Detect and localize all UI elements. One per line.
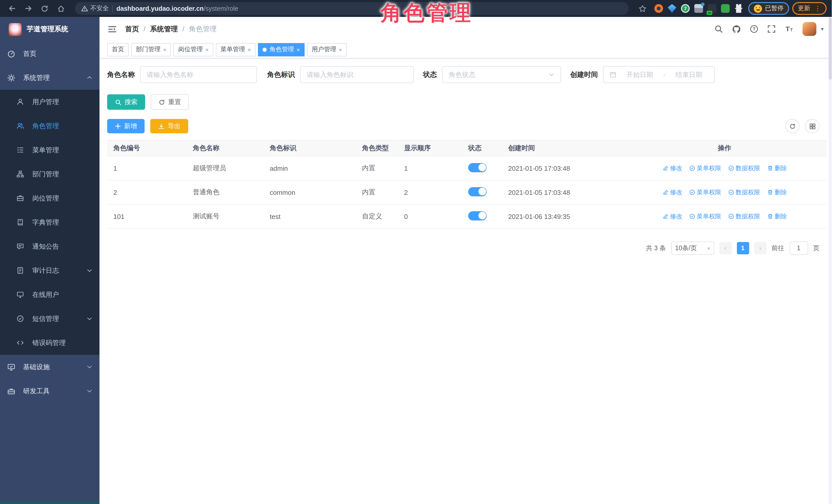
edit-link[interactable]: 修改 — [662, 212, 682, 221]
sidebar-item-menus[interactable]: 菜单管理 — [0, 138, 100, 162]
reset-button[interactable]: 重置 — [151, 94, 189, 110]
status-toggle[interactable] — [468, 187, 487, 196]
main-area: 首页 / 系统管理 / 角色管理 ? TT ▾ 首页 部 — [100, 17, 832, 504]
edit-link[interactable]: 修改 — [662, 164, 682, 173]
extension-grid-icon[interactable] — [694, 4, 703, 13]
menu-perm-link[interactable]: 菜单权限 — [689, 164, 721, 173]
system-submenu: 用户管理 角色管理 菜单管理 部门管理 — [0, 90, 100, 355]
filter-form: 角色名称 角色标识 状态 角色状态 创建 — [107, 66, 827, 83]
sidebar-item-system[interactable]: 系统管理 — [0, 65, 100, 90]
scrollbar[interactable] — [829, 17, 832, 504]
prev-page-button[interactable]: ‹ — [719, 242, 731, 254]
sidebar-item-dict[interactable]: 字典管理 — [0, 210, 100, 234]
sidebar-item-posts[interactable]: 岗位管理 — [0, 186, 100, 210]
tab-post[interactable]: 岗位管理× — [174, 43, 213, 56]
edit-link[interactable]: 修改 — [662, 188, 682, 196]
data-perm-link[interactable]: 数据权限 — [728, 188, 760, 196]
tab-role[interactable]: 角色管理× — [258, 43, 305, 56]
extension-speed-icon[interactable]: 7 — [681, 4, 690, 13]
delete-link[interactable]: 删除 — [767, 188, 787, 196]
sidebar-item-errcode[interactable]: 错误码管理 — [0, 331, 100, 355]
sidebar-item-audit-log[interactable]: 审计日志 — [0, 258, 100, 283]
app-title: 芋道管理系统 — [27, 25, 68, 34]
tab-user[interactable]: 用户管理× — [307, 43, 347, 56]
scrollbar-thumb[interactable] — [829, 18, 832, 79]
menu-perm-link[interactable]: 菜单权限 — [689, 188, 721, 196]
role-key-input[interactable] — [307, 71, 407, 78]
extensions-puzzle-icon[interactable] — [734, 4, 743, 13]
recorder-paused-pill[interactable]: 已暂停 — [748, 2, 789, 15]
sidebar-item-sms[interactable]: 短信管理 — [0, 307, 100, 331]
extension-switch-icon[interactable]: on — [708, 4, 717, 13]
extension-orange-icon[interactable] — [654, 4, 663, 13]
search-icon[interactable] — [714, 25, 723, 33]
range-separator: - — [663, 71, 666, 78]
status-toggle[interactable] — [468, 163, 487, 172]
menu-perm-link[interactable]: 菜单权限 — [689, 212, 721, 221]
refresh-table-button[interactable] — [785, 119, 800, 133]
role-name-input-wrap — [140, 66, 257, 83]
tab-home[interactable]: 首页 — [107, 43, 129, 56]
fullscreen-icon[interactable] — [767, 25, 776, 33]
role-name-input[interactable] — [147, 71, 250, 78]
close-icon[interactable]: × — [205, 46, 209, 53]
table-row: 101 测试账号 test 自定义 0 2021-01-06 13:49:35 … — [107, 205, 827, 229]
close-icon[interactable]: × — [297, 46, 300, 53]
tab-dept[interactable]: 部门管理× — [131, 43, 171, 56]
data-perm-link[interactable]: 数据权限 — [728, 212, 760, 221]
breadcrumb-home[interactable]: 首页 — [125, 24, 139, 33]
sidebar-item-notice[interactable]: 通知公告 — [0, 234, 100, 258]
home-icon[interactable] — [54, 2, 68, 15]
tab-menu[interactable]: 菜单管理× — [216, 43, 256, 56]
avatar[interactable] — [803, 22, 816, 36]
page-1-button[interactable]: 1 — [737, 242, 749, 254]
sidebar-item-infra[interactable]: 基础设施 — [0, 355, 100, 379]
data-perm-link[interactable]: 数据权限 — [728, 164, 760, 173]
table-header-row: 角色编号 角色名称 角色标识 角色类型 显示顺序 状态 创建时间 操作 — [107, 140, 827, 156]
reload-icon[interactable] — [38, 2, 51, 15]
export-button[interactable]: 导出 — [150, 119, 188, 133]
app-logo-row[interactable]: 芋道管理系统 — [0, 17, 100, 42]
font-size-icon[interactable]: TT — [785, 24, 794, 33]
close-icon[interactable]: × — [163, 46, 166, 53]
back-icon[interactable] — [5, 2, 19, 15]
col-header-id: 角色编号 — [107, 143, 187, 153]
delete-icon — [767, 189, 773, 195]
column-settings-button[interactable] — [805, 119, 820, 133]
add-button[interactable]: 新增 — [107, 119, 145, 133]
bookmark-star-icon[interactable] — [636, 2, 649, 15]
close-icon[interactable]: × — [339, 46, 342, 53]
browser-menu-icon[interactable]: ⋮ — [814, 6, 821, 11]
pagination-total: 共 3 条 — [646, 244, 666, 253]
github-icon[interactable] — [732, 24, 741, 33]
security-warning[interactable]: 不安全 — [81, 4, 109, 13]
forward-icon[interactable] — [22, 2, 35, 15]
sidebar-item-users[interactable]: 用户管理 — [0, 90, 100, 114]
delete-link[interactable]: 删除 — [767, 212, 787, 221]
extension-robot-icon[interactable] — [721, 4, 730, 13]
sidebar-item-online-users[interactable]: 在线用户 — [0, 283, 100, 307]
chrome-update-button[interactable]: 更新 ⋮ — [792, 2, 827, 15]
caret-down-icon[interactable]: ▾ — [821, 26, 824, 32]
hamburger-icon[interactable] — [108, 24, 117, 33]
search-button[interactable]: 搜索 — [107, 94, 145, 110]
help-icon[interactable]: ? — [750, 25, 758, 33]
goto-page-input[interactable] — [789, 241, 808, 255]
delete-link[interactable]: 删除 — [767, 164, 787, 173]
status-toggle[interactable] — [468, 211, 487, 220]
breadcrumb-system[interactable]: 系统管理 — [150, 24, 178, 33]
sidebar-item-home[interactable]: 首页 — [0, 42, 100, 65]
address-bar[interactable]: 不安全 dashboard.yudao.iocoder.cn/system/ro… — [75, 2, 629, 15]
page-size-select[interactable]: 10条/页 ▾ — [671, 241, 714, 255]
extension-blue-gem-icon[interactable] — [668, 4, 676, 13]
sidebar-item-roles[interactable]: 角色管理 — [0, 114, 100, 138]
extension-on-badge: on — [707, 11, 712, 15]
close-icon[interactable]: × — [248, 46, 251, 53]
next-page-button[interactable]: › — [754, 242, 766, 254]
date-range-picker[interactable]: 开始日期 - 结束日期 — [603, 66, 715, 83]
status-select[interactable]: 角色状态 — [442, 66, 561, 83]
cell-key: test — [264, 213, 356, 220]
sidebar-item-devtools[interactable]: 研发工具 — [0, 379, 100, 403]
sidebar-item-depts[interactable]: 部门管理 — [0, 162, 100, 186]
table-row: 1 超级管理员 admin 内置 1 2021-01-05 17:03:48 修… — [107, 156, 827, 181]
